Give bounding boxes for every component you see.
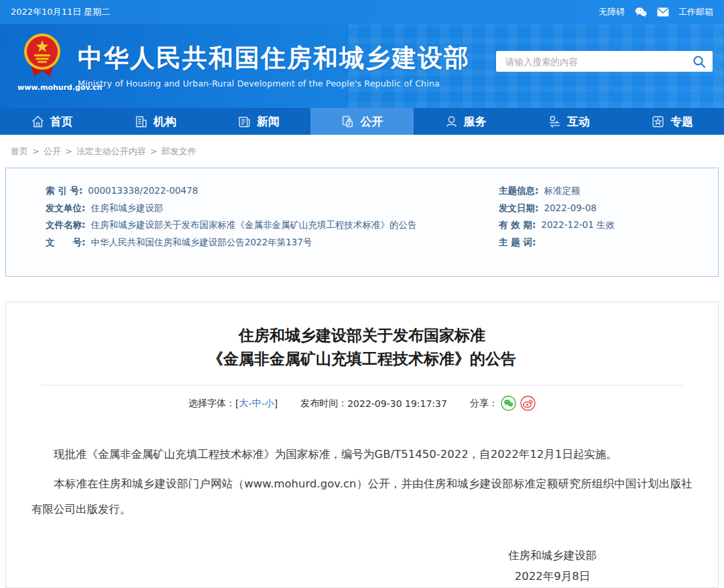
breadcrumb-separator: > [65,146,72,156]
wechat-share-icon[interactable] [501,396,516,411]
nav-label: 公开 [360,114,383,129]
field-value: 住房和城乡建设部 [90,203,163,213]
nav-label: 互动 [567,114,590,129]
field-value: 000013338/2022-00478 [88,186,198,195]
field-label: 主题信息: [499,186,538,195]
page: 2022年10月11日 星期二 无障碍 工作邮箱 [0,0,724,588]
doc-info-row-keywords: 主 题 词: [499,237,705,247]
search-box [496,51,713,72]
site-title-english: Ministry of Housing and Urban-Rural Deve… [78,78,470,89]
field-label: 索 引 号: [46,186,82,195]
breadcrumb-statutory-content[interactable]: 法定主动公开内容 [76,145,146,158]
star-badge-icon [651,115,665,129]
doc-info-row-index-number: 索 引 号: 000013338/2022-00478 [46,186,499,195]
breadcrumb-disclosure[interactable]: 公开 [44,145,61,158]
document-lock-icon [341,115,355,129]
field-label: 主 题 词: [499,237,536,247]
nav-label: 首页 [50,114,73,129]
accessibility-link[interactable]: 无障碍 [599,6,625,18]
breadcrumb-home[interactable]: 首页 [11,145,28,158]
wechat-icon[interactable] [634,7,648,17]
article-signature: 住房和城乡建设部 2022年9月8日 [475,545,629,587]
site-url: www.mohurd.gov.cn [17,83,67,92]
nav-item-org[interactable]: 机构 [103,108,206,135]
doc-info-row-document-title: 文件名称: 住房和城乡建设部关于发布国家标准《金属非金属矿山充填工程技术标准》的… [46,220,499,229]
nav-label: 机构 [154,114,176,129]
breadcrumb-separator: > [32,146,40,156]
share-group: 分享： [470,396,536,411]
article-paragraph: 本标准在住房和城乡建设部门户网站（www.mohurd.gov.cn）公开，并由… [32,471,692,522]
current-date: 2022年10月11日 星期二 [11,6,110,18]
field-value: 2022-12-01 生效 [541,220,615,229]
nav-item-services[interactable]: 服务 [414,108,517,135]
breadcrumb: 首页 > 公开 > 法定主动公开内容 > 部发文件 [0,135,724,168]
field-value: 2022-09-08 [544,203,596,213]
field-value: 中华人民共和国住房和城乡建设部公告2022年第137号 [90,237,312,247]
doc-info-row-issuing-unit: 发文单位: 住房和城乡建设部 [46,203,499,213]
nav-label: 新闻 [257,114,280,129]
nav-label: 专题 [670,114,693,129]
exchange-arrows-icon [548,115,562,129]
newspaper-icon [237,115,251,129]
field-value: 住房和城乡建设部关于发布国家标准《金属非金属矿山充填工程技术标准》的公告 [90,220,416,229]
font-size-large-button[interactable]: 大 [239,398,249,410]
search-icon [692,55,706,68]
search-button[interactable] [692,55,706,68]
nav-item-news[interactable]: 新闻 [207,108,310,135]
article-title: 住房和城乡建设部关于发布国家标准 《金属非金属矿山充填工程技术标准》的公告 [6,324,718,371]
field-label: 发文单位: [46,203,85,213]
field-label: 文件名称: [46,220,85,229]
article-body: 现批准《金属非金属矿山充填工程技术标准》为国家标准，编号为GB/T51450-2… [6,442,718,522]
article-card: 住房和城乡建设部关于发布国家标准 《金属非金属矿山充填工程技术标准》的公告 选择… [5,302,719,588]
top-utility-bar: 2022年10月11日 星期二 无障碍 工作邮箱 [0,0,724,24]
nav-label: 服务 [464,114,487,129]
article-paragraph: 现批准《金属非金属矿山充填工程技术标准》为国家标准，编号为GB/T51450-2… [32,442,692,467]
section-gap [0,277,724,302]
font-selector-label: 选择字体： [188,398,235,410]
article-title-line1: 住房和城乡建设部关于发布国家标准 [6,324,718,347]
article-title-line2: 《金属非金属矿山充填工程技术标准》的公告 [6,347,718,371]
publish-time-value: 2022-09-30 19:17:37 [347,398,447,409]
field-value: 标准定额 [544,186,580,195]
doc-info-row-issue-date: 发文日期: 2022-09-08 [499,203,705,213]
share-label: 分享： [470,398,498,410]
field-label: 文 号: [46,237,85,247]
site-brand[interactable]: www.mohurd.gov.cn 中华人民共和国住房和城乡建设部 Minist… [17,32,470,92]
publish-time-group: 发布时间： 2022-09-30 19:17:37 [300,398,447,410]
mail-icon[interactable] [657,7,669,17]
nav-item-disclosure[interactable]: 公开 [310,108,414,135]
work-mailbox-link[interactable]: 工作邮箱 [678,6,713,18]
signature-date: 2022年9月8日 [475,566,629,587]
site-header: www.mohurd.gov.cn 中华人民共和国住房和城乡建设部 Minist… [0,24,724,108]
site-title: 中华人民共和国住房和城乡建设部 [78,44,470,73]
signature-org: 住房和城乡建设部 [475,545,629,566]
bracket-close: ] [274,398,278,409]
doc-info-right-column: 主题信息: 标准定额 发文日期: 2022-09-08 有 效 期: 2022-… [499,186,705,276]
field-label: 有 效 期: [499,220,536,229]
field-label: 发文日期: [499,203,538,213]
nav-item-interaction[interactable]: 互动 [517,108,620,135]
breadcrumb-separator: > [150,146,158,156]
doc-info-left-column: 索 引 号: 000013338/2022-00478 发文单位: 住房和城乡建… [46,186,499,276]
search-input[interactable] [505,56,692,67]
building-icon [134,115,148,129]
nav-item-topics[interactable]: 专题 [621,108,724,135]
weibo-share-icon[interactable] [520,396,536,411]
breadcrumb-ministry-documents[interactable]: 部发文件 [162,145,196,158]
doc-info-row-effective-date: 有 效 期: 2022-12-01 生效 [499,220,705,229]
publish-time-label: 发布时间： [300,398,347,410]
document-info-card: 索 引 号: 000013338/2022-00478 发文单位: 住房和城乡建… [5,168,719,277]
home-icon [31,115,45,129]
main-nav: 首页 机构 新闻 公开 服务 互动 专题 [0,108,724,135]
title-divider [41,385,683,386]
font-size-medium-button[interactable]: 中 [252,398,261,410]
nav-item-home[interactable]: 首页 [0,108,103,135]
article-meta-bar: 选择字体： [ 大 - 中 - 小 ] 发布时间： 2022-09-30 19:… [6,396,718,411]
person-icon [444,115,459,129]
font-size-small-button[interactable]: 小 [265,398,274,410]
national-emblem-icon [21,69,63,82]
doc-info-row-subject-info: 主题信息: 标准定额 [499,186,705,195]
doc-info-row-document-number: 文 号: 中华人民共和国住房和城乡建设部公告2022年第137号 [46,237,499,247]
font-size-selector: 选择字体： [ 大 - 中 - 小 ] [188,398,278,410]
